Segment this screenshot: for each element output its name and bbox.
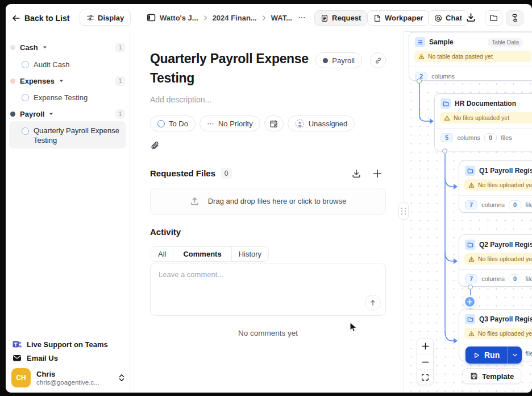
priority-pill[interactable]: No Priority bbox=[200, 116, 260, 131]
sidebar-item-quarterly-payroll[interactable]: Quarterly Payroll Expense Testing bbox=[9, 121, 126, 148]
paperclip-icon bbox=[150, 141, 161, 151]
more-button[interactable] bbox=[296, 14, 307, 22]
sidebar-section-cash[interactable]: Cash 1 bbox=[10, 41, 125, 53]
count-badge: 1 bbox=[115, 76, 125, 86]
connector-dot[interactable] bbox=[442, 148, 447, 154]
tab-history[interactable]: History bbox=[232, 247, 268, 261]
mail-icon bbox=[13, 353, 22, 362]
user-email: chris@goagentive.c... bbox=[36, 378, 113, 386]
folder-icon bbox=[465, 240, 475, 250]
folder-icon bbox=[489, 14, 498, 22]
request-button[interactable]: Request bbox=[314, 10, 367, 26]
user-name: Chris bbox=[36, 370, 113, 378]
zoom-out-button[interactable] bbox=[417, 354, 433, 369]
download-icon bbox=[466, 12, 476, 23]
columns-count-badge: 7 bbox=[465, 200, 477, 209]
connector-dot[interactable] bbox=[468, 284, 473, 290]
sidebar-item-audit-cash[interactable]: Audit Cash bbox=[10, 58, 125, 71]
status-pill[interactable]: To Do bbox=[150, 116, 196, 131]
node-title: Q2 Payroll Register bbox=[479, 241, 532, 249]
calendar-plus-icon bbox=[269, 119, 278, 128]
chevron-right-icon bbox=[261, 15, 267, 21]
email-label: Email Us bbox=[27, 354, 58, 362]
panel-resize-handle[interactable] bbox=[398, 203, 409, 220]
sliders-icon bbox=[86, 14, 94, 22]
node-hr-documentation[interactable]: HR Documentation No files uploaded yet 5… bbox=[434, 93, 532, 151]
files-label: files bbox=[501, 134, 512, 141]
fit-view-button[interactable] bbox=[417, 369, 433, 385]
breadcrumb: Watto's J... 2024 Finan... WAT... bbox=[147, 10, 307, 25]
breadcrumb-item-workspace[interactable]: Watto's J... bbox=[160, 14, 198, 22]
files-count-badge: 0 bbox=[509, 274, 521, 283]
caret-down-icon bbox=[49, 112, 53, 116]
due-date-button[interactable] bbox=[264, 116, 284, 131]
dots-icon bbox=[207, 120, 214, 127]
comment-input[interactable] bbox=[151, 263, 385, 298]
request-doc-icon bbox=[321, 14, 329, 22]
tab-all[interactable]: All bbox=[151, 247, 173, 261]
user-menu[interactable]: CH Chris chris@goagentive.c... bbox=[11, 368, 125, 387]
zoom-in-button[interactable] bbox=[417, 339, 433, 354]
sidebar-section-expenses[interactable]: Expenses 1 bbox=[10, 75, 125, 87]
support-link[interactable]: Live Support on Teams bbox=[13, 340, 108, 349]
play-icon bbox=[473, 352, 480, 359]
table-list-icon bbox=[415, 37, 425, 47]
priority-label: No Priority bbox=[218, 119, 253, 128]
files-count-badge: 0 bbox=[509, 200, 521, 209]
run-button[interactable]: Run bbox=[466, 346, 507, 364]
email-link[interactable]: Email Us bbox=[13, 353, 58, 362]
panel-icon bbox=[147, 13, 156, 22]
teams-icon bbox=[13, 340, 22, 349]
arrow-up-icon bbox=[369, 299, 377, 307]
breadcrumb-item-current[interactable]: WAT... bbox=[271, 14, 292, 22]
warning-text: No files uploaded yet bbox=[454, 114, 509, 121]
node-sample[interactable]: Sample Table Data No table data pasted y… bbox=[409, 32, 532, 81]
download-files-button[interactable] bbox=[351, 168, 361, 179]
display-label: Display bbox=[98, 14, 124, 22]
template-button[interactable]: Template bbox=[463, 368, 521, 384]
breadcrumb-item-year[interactable]: 2024 Finan... bbox=[213, 14, 257, 22]
add-file-button[interactable] bbox=[372, 168, 383, 179]
sidebar-item-expense-testing[interactable]: Expense Testing bbox=[10, 91, 125, 104]
status-circle-icon bbox=[22, 127, 29, 135]
connector-dot[interactable] bbox=[417, 79, 422, 84]
folder-icon bbox=[465, 166, 475, 176]
assignee-pill[interactable]: Unassigned bbox=[288, 116, 355, 131]
sidebar-section-payroll[interactable]: Payroll 1 bbox=[10, 108, 125, 120]
warning-icon bbox=[468, 256, 475, 262]
columns-count-badge: 5 bbox=[440, 133, 453, 142]
updown-chevron-icon bbox=[118, 374, 125, 382]
item-label: Audit Cash bbox=[34, 60, 70, 69]
caret-down-icon bbox=[59, 79, 64, 83]
file-dropzone[interactable]: Drag and drop files here or click to bro… bbox=[150, 188, 386, 214]
canvas-controls bbox=[417, 338, 434, 385]
flow-view-button[interactable] bbox=[506, 10, 523, 26]
submit-comment-button[interactable] bbox=[365, 295, 381, 311]
tag-pill[interactable]: Payroll bbox=[315, 52, 362, 68]
copy-link-button[interactable] bbox=[370, 52, 386, 68]
flow-panel[interactable]: Sample Table Data No table data pasted y… bbox=[404, 31, 532, 393]
download-button[interactable] bbox=[466, 12, 476, 23]
run-label: Run bbox=[484, 350, 500, 360]
todo-circle-icon bbox=[157, 120, 165, 127]
template-label: Template bbox=[482, 372, 514, 381]
app-window: Back to List Display Watto's J... 2024 F… bbox=[6, 4, 532, 393]
warning-icon bbox=[468, 182, 475, 188]
attach-button[interactable] bbox=[150, 141, 161, 151]
description-input[interactable]: Add description... bbox=[150, 95, 211, 104]
node-q1-payroll-register[interactable]: Q1 Payroll Register No files uploaded ye… bbox=[459, 160, 532, 213]
workpaper-button[interactable]: Workpaper bbox=[367, 10, 430, 26]
node-q2-payroll-register[interactable]: Q2 Payroll Register No files uploaded ye… bbox=[459, 234, 532, 287]
workpaper-label: Workpaper bbox=[385, 14, 423, 22]
tab-comments[interactable]: Comments bbox=[173, 247, 231, 261]
back-button[interactable]: Back to List bbox=[11, 11, 69, 26]
page-title: Quarterly Payroll Expense Testing bbox=[150, 49, 340, 88]
warning-icon bbox=[444, 115, 450, 121]
display-button[interactable]: Display bbox=[80, 10, 131, 26]
chat-button[interactable]: Chat bbox=[428, 10, 468, 26]
status-circle-icon bbox=[22, 94, 29, 101]
files-button[interactable] bbox=[485, 10, 502, 26]
run-options-button[interactable] bbox=[507, 346, 522, 364]
add-node-button[interactable] bbox=[463, 295, 476, 308]
link-icon bbox=[375, 57, 382, 64]
